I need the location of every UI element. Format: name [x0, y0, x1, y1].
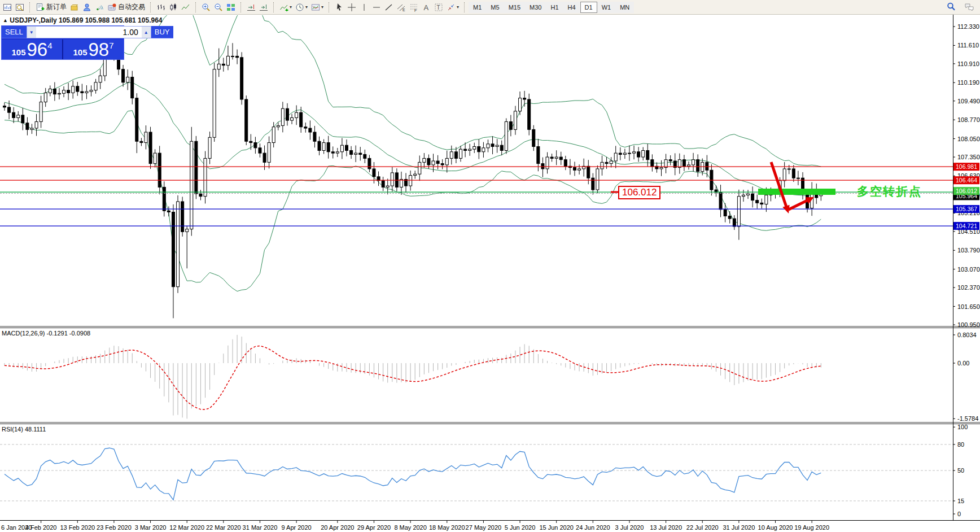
svg-text:102.370: 102.370 — [957, 284, 980, 291]
signals-button[interactable] — [93, 1, 106, 14]
svg-text:22 Mar 2020: 22 Mar 2020 — [206, 524, 241, 531]
svg-text:0: 0 — [957, 511, 961, 517]
auto-scroll-button[interactable] — [245, 1, 257, 14]
vertical-line-button[interactable] — [358, 1, 370, 14]
chart-canvas[interactable]: 112.330111.610110.910110.190109.490108.7… — [0, 0, 980, 532]
timeframe-w1-button[interactable]: W1 — [597, 2, 616, 13]
svg-text:22 Jul 2020: 22 Jul 2020 — [686, 524, 719, 531]
svg-text:20 Apr 2020: 20 Apr 2020 — [321, 524, 354, 531]
chart-shift-button[interactable] — [257, 1, 270, 14]
community-button[interactable] — [81, 1, 93, 14]
timeframe-h1-button[interactable]: H1 — [546, 2, 563, 13]
chart-shift-icon — [259, 3, 268, 12]
support-zone-bar[interactable] — [758, 189, 835, 195]
buy-price-figure: 105 — [73, 47, 87, 57]
svg-text:106.012: 106.012 — [956, 187, 977, 194]
fibonacci-button[interactable]: F — [408, 1, 420, 14]
svg-text:106.464: 106.464 — [956, 177, 977, 184]
timeframe-h4-button[interactable]: H4 — [563, 2, 580, 13]
svg-text:T: T — [437, 5, 440, 11]
sell-button[interactable]: SELL — [2, 26, 27, 38]
chart-profiles-icon — [15, 3, 24, 12]
timeframe-m30-button[interactable]: M30 — [525, 2, 546, 13]
tile-windows-icon — [226, 3, 235, 12]
svg-text:112.330: 112.330 — [957, 23, 979, 30]
tile-windows-button[interactable] — [225, 1, 237, 14]
templates-button[interactable]: ▾ — [309, 1, 325, 14]
svg-text:24 Jun 2020: 24 Jun 2020 — [576, 524, 610, 531]
fibonacci-icon: F — [409, 3, 418, 12]
text-button[interactable]: A — [420, 1, 432, 14]
level-lines[interactable] — [0, 167, 953, 226]
line-chart-button[interactable] — [180, 1, 192, 14]
auto-scroll-icon — [247, 3, 256, 12]
line-chart-icon — [181, 3, 190, 12]
timeframe-m5-button[interactable]: M5 — [486, 2, 504, 13]
volume-control: ▼ ▲ — [27, 26, 151, 38]
main-toolbar: 新订单自动交易▾▾▾EFAT▾M1M5M15M30H1H4D1W1MN — [0, 0, 980, 15]
macd-indicator-label: MACD(12,26,9) -0.1291 -0.0908 — [2, 330, 90, 337]
indicators-icon — [279, 3, 288, 12]
svg-text:100.950: 100.950 — [957, 321, 980, 328]
chart-profiles-button[interactable] — [14, 1, 26, 14]
svg-text:19 Aug 2020: 19 Aug 2020 — [794, 524, 829, 531]
svg-text:106.981: 106.981 — [956, 163, 977, 170]
chat-button[interactable] — [963, 1, 975, 13]
new-order-button[interactable]: 新订单 — [34, 1, 68, 14]
svg-text:0.00: 0.00 — [957, 360, 969, 367]
symbol-direction-icon: ▲ — [3, 18, 8, 23]
symbol-name: USDJPY-,Daily — [10, 16, 56, 24]
templates-icon — [311, 3, 320, 12]
buy-button[interactable]: BUY — [151, 26, 173, 38]
svg-text:104.721: 104.721 — [956, 223, 977, 229]
search-button[interactable] — [945, 1, 957, 13]
timeframe-m1-button[interactable]: M1 — [469, 2, 486, 13]
price-level-callout[interactable]: 106.012 — [618, 186, 660, 199]
toolbar-right-icons — [945, 1, 975, 13]
periods-button[interactable]: ▾ — [294, 1, 309, 14]
auto-trading-button[interactable]: 自动交易 — [106, 1, 147, 14]
svg-text:108.050: 108.050 — [957, 136, 980, 142]
buy-price-box[interactable]: 105 98 7 — [63, 40, 124, 59]
cursor-button[interactable] — [333, 1, 345, 14]
svg-text:A: A — [424, 3, 429, 12]
volume-decrease-icon[interactable]: ▼ — [27, 27, 36, 38]
zoom-in-button[interactable] — [200, 1, 212, 14]
svg-text:-1.5784: -1.5784 — [957, 415, 978, 422]
svg-text:9 Apr 2020: 9 Apr 2020 — [282, 524, 312, 531]
timeframe-mn-button[interactable]: MN — [615, 2, 634, 13]
bar-chart-icon — [156, 3, 165, 12]
turning-point-annotation[interactable]: 多空转折点 — [857, 184, 922, 199]
volume-increase-icon[interactable]: ▲ — [142, 27, 151, 38]
bar-chart-button[interactable] — [155, 1, 167, 14]
candle-chart-icon — [169, 3, 178, 12]
sell-price-box[interactable]: 105 96 4 — [2, 40, 63, 59]
indicators-button[interactable]: ▾ — [278, 1, 294, 14]
auto-trading-icon — [107, 3, 116, 12]
zoom-out-button[interactable] — [212, 1, 225, 14]
new-chart-icon — [3, 3, 12, 12]
new-chart-button[interactable] — [1, 1, 14, 14]
svg-text:18 May 2020: 18 May 2020 — [429, 524, 465, 531]
crosshair-button[interactable] — [345, 1, 358, 14]
svg-text:31 Mar 2020: 31 Mar 2020 — [243, 524, 278, 531]
volume-input[interactable] — [36, 27, 142, 38]
chart-title: ▲ USDJPY-,Daily 105.869 105.988 105.681 … — [3, 16, 163, 24]
equidistant-channel-button[interactable]: E — [395, 1, 408, 14]
horizontal-line-button[interactable] — [370, 1, 383, 14]
candle-chart-button[interactable] — [167, 1, 180, 14]
svg-text:5 Jun 2020: 5 Jun 2020 — [505, 524, 535, 531]
svg-text:23 Feb 2020: 23 Feb 2020 — [97, 524, 132, 531]
timeframe-m15-button[interactable]: M15 — [504, 2, 525, 13]
market-watch-button[interactable] — [68, 1, 81, 14]
trendline-button[interactable] — [383, 1, 395, 14]
community-icon — [82, 3, 91, 12]
equidistant-channel-icon: E — [397, 3, 406, 12]
svg-text:107.350: 107.350 — [957, 154, 980, 160]
zoom-in-icon — [202, 3, 211, 12]
svg-text:13 Feb 2020: 13 Feb 2020 — [60, 524, 95, 531]
buy-price-point: 7 — [109, 41, 113, 50]
text-label-button[interactable]: T — [432, 1, 445, 14]
arrows-button[interactable]: ▾ — [445, 1, 461, 14]
timeframe-d1-button[interactable]: D1 — [580, 2, 597, 13]
